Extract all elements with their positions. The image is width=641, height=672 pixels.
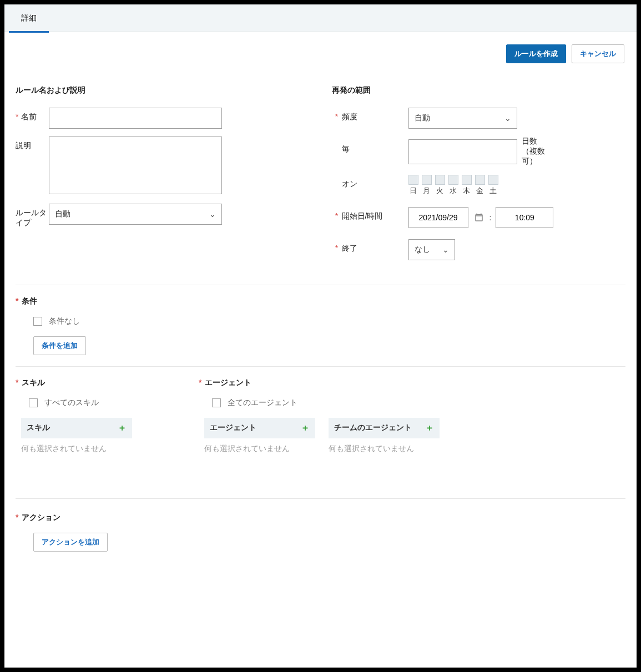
recurrence-section: 再発の範囲 * 頻度 自動 ⌄ 毎 bbox=[332, 85, 626, 268]
day-box-tue[interactable] bbox=[435, 175, 445, 185]
day-label-sat: 土 bbox=[488, 186, 498, 196]
every-label: 毎 bbox=[342, 137, 408, 154]
add-team-agent-icon[interactable]: ＋ bbox=[425, 422, 434, 434]
day-labels: 日 月 火 水 木 金 土 bbox=[408, 186, 498, 196]
day-boxes bbox=[408, 175, 498, 185]
start-label: 開始日/時間 bbox=[342, 207, 408, 221]
actions-title: アクション bbox=[22, 513, 60, 522]
description-textarea[interactable] bbox=[49, 137, 222, 194]
add-condition-button[interactable]: 条件を追加 bbox=[33, 336, 86, 355]
day-box-thu[interactable] bbox=[462, 175, 472, 185]
name-label-text: 名前 bbox=[21, 112, 37, 121]
frequency-select[interactable]: 自動 ⌄ bbox=[408, 108, 517, 129]
all-agents-checkbox[interactable] bbox=[212, 398, 221, 407]
team-agents-list-header: チームのエージェント ＋ bbox=[329, 418, 440, 438]
add-agent-icon[interactable]: ＋ bbox=[301, 422, 310, 434]
name-label: *名前 bbox=[16, 108, 49, 122]
rule-name-section: ルール名および説明 *名前 説明 ルールタイプ bbox=[16, 85, 310, 268]
chevron-down-icon: ⌄ bbox=[209, 210, 216, 219]
ruletype-label-text: ルールタイプ bbox=[16, 208, 47, 227]
day-label-wed: 水 bbox=[448, 186, 458, 196]
day-label-fri: 金 bbox=[475, 186, 485, 196]
start-time-input[interactable] bbox=[496, 207, 553, 228]
cancel-button[interactable]: キャンセル bbox=[572, 44, 624, 63]
day-label-mon: 月 bbox=[422, 186, 432, 196]
agents-list-header: エージェント ＋ bbox=[204, 418, 315, 438]
name-input[interactable] bbox=[49, 108, 222, 129]
conditions-section: *条件 条件なし 条件を追加 bbox=[16, 285, 625, 367]
on-label: オン bbox=[342, 175, 408, 189]
end-value: なし bbox=[415, 245, 430, 255]
start-date-input[interactable] bbox=[408, 207, 468, 228]
ruletype-label: ルールタイプ bbox=[16, 204, 49, 228]
add-action-button[interactable]: アクションを追加 bbox=[33, 533, 108, 552]
agents-list-header-text: エージェント bbox=[210, 423, 256, 433]
tab-bar: 詳細 bbox=[4, 4, 637, 32]
ruletype-value: 自動 bbox=[55, 209, 70, 219]
skills-agents-section: *スキル すべてのスキル スキル ＋ 何も選択されていません *エージェント 全… bbox=[16, 367, 625, 499]
chevron-down-icon: ⌄ bbox=[504, 114, 511, 123]
top-action-bar: ルールを作成 キャンセル bbox=[4, 32, 637, 63]
tab-detail[interactable]: 詳細 bbox=[9, 4, 49, 32]
skills-empty-msg: 何も選択されていません bbox=[21, 444, 171, 454]
day-box-fri[interactable] bbox=[475, 175, 485, 185]
description-label-text: 説明 bbox=[16, 141, 31, 150]
no-conditions-checkbox[interactable] bbox=[33, 317, 42, 326]
all-agents-label: 全てのエージェント bbox=[228, 398, 297, 408]
time-separator: : bbox=[489, 213, 492, 222]
day-label-thu: 木 bbox=[462, 186, 472, 196]
rule-name-section-title: ルール名および説明 bbox=[16, 85, 310, 95]
skills-list-header: スキル ＋ bbox=[21, 418, 132, 438]
team-agents-empty-msg: 何も選択されていません bbox=[329, 444, 440, 454]
end-select[interactable]: なし ⌄ bbox=[408, 239, 455, 260]
conditions-title: 条件 bbox=[22, 296, 37, 305]
frequency-label: 頻度 bbox=[342, 108, 408, 122]
every-suffix: 日数（複数可） bbox=[522, 137, 545, 167]
content-area: ルール名および説明 *名前 説明 ルールタイプ bbox=[4, 63, 637, 577]
calendar-icon[interactable] bbox=[473, 211, 485, 224]
chevron-down-icon: ⌄ bbox=[442, 245, 449, 254]
app-window: 詳細 ルールを作成 キャンセル ルール名および説明 *名前 説明 bbox=[4, 4, 637, 668]
recurrence-section-title: 再発の範囲 bbox=[332, 85, 626, 95]
team-agents-list-header-text: チームのエージェント bbox=[334, 423, 412, 433]
agents-empty-msg: 何も選択されていません bbox=[204, 444, 315, 454]
every-input[interactable] bbox=[408, 139, 517, 164]
skills-title: スキル bbox=[22, 378, 45, 387]
day-box-sun[interactable] bbox=[408, 175, 418, 185]
end-label: 終了 bbox=[342, 239, 408, 254]
agents-title: エージェント bbox=[205, 378, 251, 387]
description-label: 説明 bbox=[16, 137, 49, 151]
skills-list-header-text: スキル bbox=[27, 423, 50, 433]
day-label-sun: 日 bbox=[408, 186, 418, 196]
day-box-wed[interactable] bbox=[448, 175, 458, 185]
frequency-value: 自動 bbox=[415, 113, 430, 123]
add-skill-icon[interactable]: ＋ bbox=[118, 422, 127, 434]
no-conditions-label: 条件なし bbox=[49, 316, 80, 326]
ruletype-select[interactable]: 自動 ⌄ bbox=[49, 204, 222, 225]
actions-section: *アクション アクションを追加 bbox=[16, 499, 625, 565]
all-skills-checkbox[interactable] bbox=[29, 398, 38, 407]
day-box-mon[interactable] bbox=[422, 175, 432, 185]
day-box-sat[interactable] bbox=[488, 175, 498, 185]
all-skills-label: すべてのスキル bbox=[44, 398, 99, 408]
create-rule-button[interactable]: ルールを作成 bbox=[506, 44, 566, 63]
day-label-tue: 火 bbox=[435, 186, 445, 196]
